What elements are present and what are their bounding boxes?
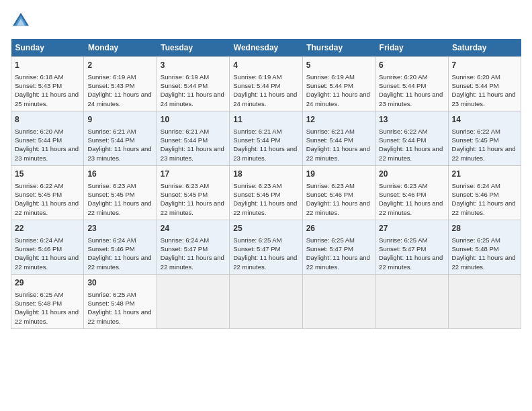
day-number: 28 <box>452 223 517 234</box>
calendar-table: SundayMondayTuesdayWednesdayThursdayFrid… <box>11 39 521 329</box>
calendar-cell: 11Sunrise: 6:21 AMSunset: 5:44 PMDayligh… <box>230 111 302 165</box>
column-header-monday: Monday <box>84 39 157 57</box>
day-number: 1 <box>15 60 80 71</box>
day-info: Sunrise: 6:19 AMSunset: 5:44 PMDaylight:… <box>233 73 298 108</box>
day-info: Sunrise: 6:25 AMSunset: 5:48 PMDaylight:… <box>15 290 80 326</box>
calendar-cell: 21Sunrise: 6:24 AMSunset: 5:46 PMDayligh… <box>448 165 521 220</box>
column-header-friday: Friday <box>375 39 448 57</box>
column-header-tuesday: Tuesday <box>157 39 229 57</box>
calendar-cell <box>448 274 521 328</box>
day-number: 22 <box>15 223 80 234</box>
column-header-sunday: Sunday <box>11 39 84 57</box>
day-info: Sunrise: 6:25 AMSunset: 5:47 PMDaylight:… <box>379 236 444 271</box>
day-info: Sunrise: 6:24 AMSunset: 5:46 PMDaylight:… <box>15 236 80 271</box>
calendar-cell: 28Sunrise: 6:25 AMSunset: 5:48 PMDayligh… <box>448 220 521 274</box>
calendar-week-row: 1Sunrise: 6:18 AMSunset: 5:43 PMDaylight… <box>11 57 521 111</box>
day-number: 18 <box>233 169 298 180</box>
calendar-cell: 22Sunrise: 6:24 AMSunset: 5:46 PMDayligh… <box>11 220 84 274</box>
day-number: 29 <box>15 277 80 289</box>
day-number: 4 <box>233 60 298 71</box>
day-number: 26 <box>306 223 371 234</box>
calendar-cell: 17Sunrise: 6:23 AMSunset: 5:45 PMDayligh… <box>157 165 229 220</box>
day-info: Sunrise: 6:22 AMSunset: 5:45 PMDaylight:… <box>452 127 517 163</box>
day-number: 16 <box>87 169 152 180</box>
day-number: 21 <box>452 169 517 180</box>
calendar-cell: 30Sunrise: 6:25 AMSunset: 5:48 PMDayligh… <box>84 274 157 328</box>
day-info: Sunrise: 6:23 AMSunset: 5:45 PMDaylight:… <box>87 181 152 217</box>
calendar-cell: 19Sunrise: 6:23 AMSunset: 5:46 PMDayligh… <box>302 165 375 220</box>
day-number: 8 <box>15 114 80 126</box>
day-info: Sunrise: 6:18 AMSunset: 5:43 PMDaylight:… <box>15 73 80 108</box>
day-number: 24 <box>161 223 226 234</box>
day-info: Sunrise: 6:23 AMSunset: 5:46 PMDaylight:… <box>379 181 444 217</box>
calendar-cell: 8Sunrise: 6:20 AMSunset: 5:44 PMDaylight… <box>11 111 84 165</box>
day-number: 12 <box>306 114 371 126</box>
day-number: 11 <box>233 114 298 126</box>
day-info: Sunrise: 6:20 AMSunset: 5:44 PMDaylight:… <box>15 127 80 163</box>
calendar-cell: 10Sunrise: 6:21 AMSunset: 5:44 PMDayligh… <box>157 111 229 165</box>
day-info: Sunrise: 6:20 AMSunset: 5:44 PMDaylight:… <box>379 73 444 108</box>
calendar-cell: 7Sunrise: 6:20 AMSunset: 5:44 PMDaylight… <box>448 57 521 111</box>
calendar-cell: 16Sunrise: 6:23 AMSunset: 5:45 PMDayligh… <box>84 165 157 220</box>
day-info: Sunrise: 6:25 AMSunset: 5:48 PMDaylight:… <box>87 290 152 326</box>
day-info: Sunrise: 6:19 AMSunset: 5:43 PMDaylight:… <box>87 73 152 108</box>
day-info: Sunrise: 6:25 AMSunset: 5:47 PMDaylight:… <box>233 236 298 271</box>
day-number: 6 <box>379 60 444 71</box>
calendar-header-row: SundayMondayTuesdayWednesdayThursdayFrid… <box>11 39 521 57</box>
calendar-cell: 29Sunrise: 6:25 AMSunset: 5:48 PMDayligh… <box>11 274 84 328</box>
day-info: Sunrise: 6:19 AMSunset: 5:44 PMDaylight:… <box>306 73 371 108</box>
day-info: Sunrise: 6:21 AMSunset: 5:44 PMDaylight:… <box>161 127 226 163</box>
day-number: 25 <box>233 223 298 234</box>
calendar-cell: 9Sunrise: 6:21 AMSunset: 5:44 PMDaylight… <box>84 111 157 165</box>
day-info: Sunrise: 6:21 AMSunset: 5:44 PMDaylight:… <box>306 127 371 163</box>
calendar-cell <box>230 274 302 328</box>
day-info: Sunrise: 6:20 AMSunset: 5:44 PMDaylight:… <box>452 73 517 108</box>
day-number: 23 <box>87 223 152 234</box>
day-number: 14 <box>452 114 517 126</box>
day-number: 9 <box>87 114 152 126</box>
day-info: Sunrise: 6:19 AMSunset: 5:44 PMDaylight:… <box>161 73 226 108</box>
day-info: Sunrise: 6:22 AMSunset: 5:44 PMDaylight:… <box>379 127 444 163</box>
logo-icon <box>11 11 31 31</box>
day-info: Sunrise: 6:24 AMSunset: 5:46 PMDaylight:… <box>87 236 152 271</box>
day-info: Sunrise: 6:25 AMSunset: 5:48 PMDaylight:… <box>452 236 517 271</box>
calendar-cell: 15Sunrise: 6:22 AMSunset: 5:45 PMDayligh… <box>11 165 84 220</box>
day-info: Sunrise: 6:24 AMSunset: 5:46 PMDaylight:… <box>452 181 517 217</box>
calendar-cell: 25Sunrise: 6:25 AMSunset: 5:47 PMDayligh… <box>230 220 302 274</box>
column-header-saturday: Saturday <box>448 39 521 57</box>
day-info: Sunrise: 6:21 AMSunset: 5:44 PMDaylight:… <box>87 127 152 163</box>
calendar-cell: 4Sunrise: 6:19 AMSunset: 5:44 PMDaylight… <box>230 57 302 111</box>
calendar-cell: 24Sunrise: 6:24 AMSunset: 5:47 PMDayligh… <box>157 220 229 274</box>
page-header <box>11 11 521 31</box>
day-info: Sunrise: 6:21 AMSunset: 5:44 PMDaylight:… <box>233 127 298 163</box>
calendar-cell: 3Sunrise: 6:19 AMSunset: 5:44 PMDaylight… <box>157 57 229 111</box>
day-number: 20 <box>379 169 444 180</box>
day-number: 10 <box>161 114 226 126</box>
day-number: 15 <box>15 169 80 180</box>
day-number: 5 <box>306 60 371 71</box>
day-number: 17 <box>161 169 226 180</box>
calendar-week-row: 22Sunrise: 6:24 AMSunset: 5:46 PMDayligh… <box>11 220 521 274</box>
day-info: Sunrise: 6:25 AMSunset: 5:47 PMDaylight:… <box>306 236 371 271</box>
calendar-cell: 5Sunrise: 6:19 AMSunset: 5:44 PMDaylight… <box>302 57 375 111</box>
day-number: 7 <box>452 60 517 71</box>
calendar-cell: 6Sunrise: 6:20 AMSunset: 5:44 PMDaylight… <box>375 57 448 111</box>
calendar-cell: 23Sunrise: 6:24 AMSunset: 5:46 PMDayligh… <box>84 220 157 274</box>
day-number: 27 <box>379 223 444 234</box>
calendar-cell: 20Sunrise: 6:23 AMSunset: 5:46 PMDayligh… <box>375 165 448 220</box>
calendar-cell <box>302 274 375 328</box>
day-number: 19 <box>306 169 371 180</box>
day-info: Sunrise: 6:24 AMSunset: 5:47 PMDaylight:… <box>161 236 226 271</box>
day-info: Sunrise: 6:22 AMSunset: 5:45 PMDaylight:… <box>15 181 80 217</box>
day-number: 13 <box>379 114 444 126</box>
day-info: Sunrise: 6:23 AMSunset: 5:45 PMDaylight:… <box>233 181 298 217</box>
day-number: 3 <box>161 60 226 71</box>
logo <box>11 11 34 31</box>
calendar-cell: 12Sunrise: 6:21 AMSunset: 5:44 PMDayligh… <box>302 111 375 165</box>
calendar-cell: 1Sunrise: 6:18 AMSunset: 5:43 PMDaylight… <box>11 57 84 111</box>
calendar-cell <box>157 274 229 328</box>
calendar-cell: 2Sunrise: 6:19 AMSunset: 5:43 PMDaylight… <box>84 57 157 111</box>
calendar-week-row: 15Sunrise: 6:22 AMSunset: 5:45 PMDayligh… <box>11 165 521 220</box>
calendar-cell: 27Sunrise: 6:25 AMSunset: 5:47 PMDayligh… <box>375 220 448 274</box>
calendar-week-row: 8Sunrise: 6:20 AMSunset: 5:44 PMDaylight… <box>11 111 521 165</box>
